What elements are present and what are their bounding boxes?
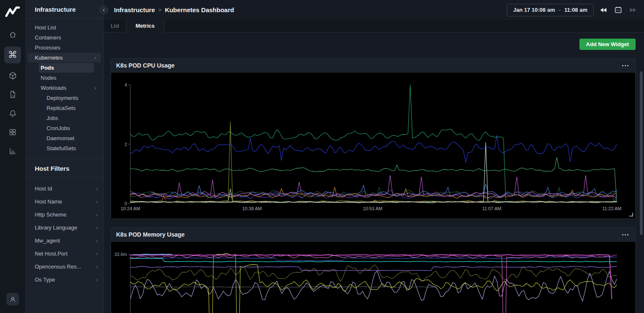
series-pod-olive — [130, 122, 617, 202]
filter-label: Host Name — [35, 198, 96, 205]
series-mem-yellow — [130, 253, 617, 313]
widget-cpu-header: K8s POD CPU Usage — [111, 59, 635, 73]
chevron-right-icon: › — [96, 250, 98, 257]
command-icon[interactable]: ⌘ — [4, 47, 21, 63]
add-new-widget-button[interactable]: Add New Widget — [579, 39, 636, 50]
sidebar-item-statefulsets[interactable]: StatefulSets — [28, 143, 101, 153]
svg-text:11:07 AM: 11:07 AM — [482, 206, 501, 211]
sidebar-item-host-list[interactable]: Host List — [28, 23, 101, 32]
widget-memory-usage: K8s POD Memory Usage 33.6m — [111, 227, 636, 313]
sidebar-item-nodes[interactable]: Nodes — [28, 73, 101, 83]
filter-opencensus-res[interactable]: Opencensus Res...› — [25, 260, 104, 273]
view-tabs: ListMetrics — [104, 20, 644, 33]
sidebar-item-deployments[interactable]: Deployments — [28, 93, 101, 103]
chevron-right-icon: › — [96, 211, 98, 218]
date-range-picker[interactable]: Jan 17 10:08 am - 11:08 am — [507, 4, 594, 16]
sidebar-item-label: Nodes — [41, 75, 98, 81]
svg-text:10:53 AM: 10:53 AM — [363, 206, 382, 211]
svg-text:10:24 AM: 10:24 AM — [121, 206, 140, 211]
bar-chart-icon[interactable] — [4, 144, 21, 158]
filter-http-scheme[interactable]: Http Scheme› — [25, 208, 104, 221]
filter-net-host-port[interactable]: Net Host.Port› — [25, 247, 104, 260]
sidebar-title: Infrastructure — [25, 0, 104, 18]
breadcrumb-separator: > — [158, 7, 162, 13]
calendar-icon[interactable] — [614, 5, 623, 14]
sidebar-item-label: Deployments — [47, 95, 98, 101]
filter-label: Os Type — [35, 276, 96, 283]
chevron-right-icon: › — [96, 263, 98, 270]
home-icon[interactable] — [4, 28, 21, 41]
filter-host-id[interactable]: Host Id› — [25, 182, 104, 195]
time-forward-button[interactable] — [628, 6, 637, 14]
tab-metrics[interactable]: Metrics — [126, 20, 164, 33]
series-pod-green-high — [130, 85, 506, 200]
top-bar: ‹ Infrastructure > Kubernetes Dashboard … — [104, 0, 644, 20]
chevron-right-icon: › — [96, 276, 98, 283]
chevron-right-icon: › — [96, 185, 98, 192]
series-mem-lavender — [130, 271, 617, 301]
sidebar-item-pods[interactable]: Pods — [39, 63, 94, 73]
series-mem-magenta-noisy — [130, 255, 617, 313]
widget-menu-ellipsis-icon[interactable] — [621, 232, 630, 238]
sidebar-item-label: Jobs — [47, 115, 98, 121]
sidebar-item-label: StatefulSets — [47, 145, 98, 151]
sidebar-nav-list: Host ListContainersProcessesKubernetes›P… — [25, 18, 104, 153]
widget-resize-handle[interactable] — [629, 213, 633, 216]
user-icon — [9, 296, 16, 303]
widget-menu-ellipsis-icon[interactable] — [621, 63, 630, 69]
bell-icon[interactable] — [4, 107, 21, 120]
widget-cpu-title: K8s POD CPU Usage — [116, 62, 174, 69]
series-mem-violet — [130, 266, 617, 271]
svg-text:33.6m: 33.6m — [114, 252, 127, 257]
series-pod-blue — [130, 135, 617, 162]
chevron-right-icon: › — [94, 55, 96, 61]
filter-label: Mw_agent — [35, 237, 96, 244]
sidebar-item-replicasets[interactable]: ReplicaSets — [28, 103, 101, 113]
filter-label: Http Scheme — [35, 211, 96, 218]
sidebar-item-label: CronJobs — [47, 125, 98, 131]
user-avatar-button[interactable] — [6, 293, 19, 305]
host-filters-title: Host Filters — [25, 159, 104, 178]
sidebar-item-label: Processes — [35, 44, 98, 51]
tab-list[interactable]: List — [104, 20, 126, 32]
page-scrollbar-thumb[interactable] — [640, 71, 643, 235]
widget-memory-header: K8s POD Memory Usage — [111, 228, 635, 242]
chevron-right-icon: › — [94, 85, 96, 91]
filter-label: Opencensus Res... — [35, 263, 96, 270]
sidebar-item-processes[interactable]: Processes — [28, 43, 101, 52]
sidebar-item-label: Workloads — [41, 85, 94, 91]
sidebar-item-daemonset[interactable]: Daemonset — [28, 133, 101, 143]
filter-library-language[interactable]: Library Language› — [25, 221, 104, 234]
sidebar-item-containers[interactable]: Containers — [28, 33, 101, 42]
sidebar-item-label: Host List — [35, 24, 98, 31]
svg-text:10:38 AM: 10:38 AM — [242, 206, 262, 211]
filter-mw-agent[interactable]: Mw_agent› — [25, 234, 104, 247]
date-range-separator: - — [559, 7, 561, 13]
document-icon[interactable] — [4, 88, 21, 101]
time-rewind-button[interactable] — [599, 6, 608, 14]
filter-os-type[interactable]: Os Type› — [25, 273, 104, 286]
sidebar-item-label: Kubernetes — [35, 55, 94, 61]
date-range-end: 11:08 am — [564, 7, 587, 13]
icon-rail: ⌘ — [0, 0, 25, 313]
host-filters-list: Host Id›Host Name›Http Scheme›Library La… — [25, 178, 104, 286]
app-window: ⌘ Infrastructure Host ListContainersPr — [0, 0, 644, 313]
sidebar-item-kubernetes[interactable]: Kubernetes› — [28, 53, 101, 63]
middleware-logo[interactable] — [5, 6, 21, 18]
sidebar-item-cronjobs[interactable]: CronJobs — [28, 123, 101, 133]
svg-text:2: 2 — [125, 142, 127, 147]
sidebar-item-label: Daemonset — [47, 135, 98, 141]
collapse-sidebar-button[interactable]: ‹ — [99, 5, 108, 14]
breadcrumb-infrastructure[interactable]: Infrastructure — [114, 6, 155, 13]
filter-host-name[interactable]: Host Name› — [25, 195, 104, 208]
date-range-start: Jan 17 10:08 am — [513, 7, 555, 13]
main-area: ‹ Infrastructure > Kubernetes Dashboard … — [104, 0, 644, 313]
sidebar-item-workloads[interactable]: Workloads› — [28, 83, 101, 93]
dashboard-content: Add New Widget K8s POD CPU Usage 42010:2… — [104, 33, 644, 313]
widget-memory-chart-area: 33.6m — [111, 242, 635, 313]
sidebar-item-jobs[interactable]: Jobs — [28, 113, 101, 123]
widget-cpu-chart-area: 42010:24 AM10:38 AM10:53 AM11:07 AM11:22… — [111, 73, 635, 219]
apps-grid-icon[interactable] — [4, 125, 21, 139]
breadcrumb: Infrastructure > Kubernetes Dashboard — [114, 6, 234, 13]
package-icon[interactable] — [4, 69, 21, 82]
